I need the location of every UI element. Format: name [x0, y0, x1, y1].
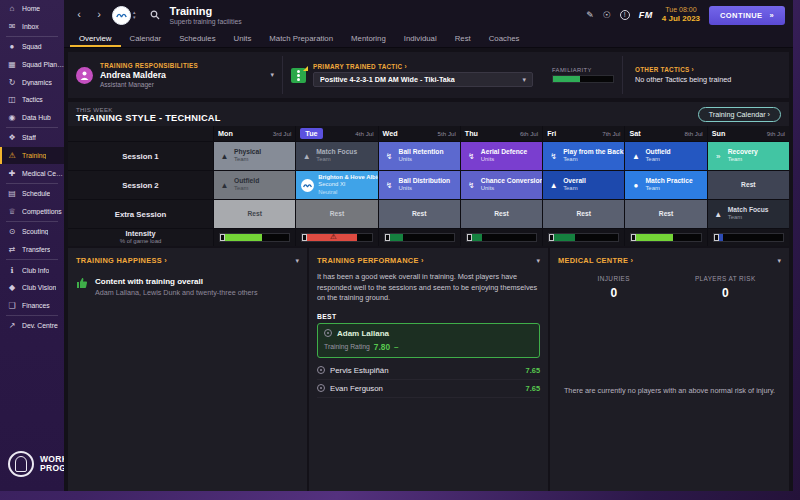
- tab-mentoring[interactable]: Mentoring: [342, 30, 395, 47]
- day-header-thu[interactable]: Thu6th Jul: [461, 126, 542, 141]
- day-header-fri[interactable]: Fri7th Jul: [543, 126, 624, 141]
- tab-coaches[interactable]: Coaches: [480, 30, 529, 47]
- other-tactics-link[interactable]: OTHER TACTICS ›: [635, 66, 694, 73]
- nav-forward-icon[interactable]: ›: [92, 7, 106, 23]
- familiarity-block: FAMILIARITY: [552, 67, 614, 83]
- tab-calendar[interactable]: Calendar: [121, 30, 171, 47]
- day-header-wed[interactable]: Wed5th Jul: [379, 126, 460, 141]
- club-switcher-icon[interactable]: ▴▾: [133, 10, 136, 20]
- sidebar-item-inbox[interactable]: ✉Inbox: [0, 18, 64, 36]
- data-hub-icon: ◉: [7, 113, 17, 122]
- session-cell-match-practice[interactable]: ●Match PracticeTeam: [625, 171, 706, 199]
- session-cell-brighton-hove-albion[interactable]: Brighton & Hove AlbionSecond XINeutral: [296, 171, 377, 199]
- day-header-mon[interactable]: Mon3rd Jul: [214, 126, 295, 141]
- session-cell-match-focus[interactable]: ▲Match FocusTeam: [708, 200, 789, 228]
- sidebar-item-transfers[interactable]: ⇄Transfers: [0, 241, 64, 259]
- sidebar-item-competitions[interactable]: ♕Competitions: [0, 203, 64, 221]
- tab-units[interactable]: Units: [225, 30, 261, 47]
- session-cell-rest[interactable]: Rest: [296, 200, 377, 228]
- player-row-evan-ferguson[interactable]: Evan Ferguson7.65: [317, 380, 540, 398]
- session-text: Rest: [741, 181, 756, 189]
- training-calendar-button[interactable]: Training Calendar ›: [698, 107, 781, 122]
- training-happiness-link[interactable]: TRAINING HAPPINESS ›: [76, 256, 167, 265]
- intensity-bar[interactable]: [384, 233, 455, 242]
- day-header-sun[interactable]: Sun9th Jul: [708, 126, 789, 141]
- session-cell-aerial-defence[interactable]: ↯Aerial DefenceUnits: [461, 142, 542, 170]
- session-cell-chance-conversion[interactable]: ↯Chance ConversionUnits: [461, 171, 542, 199]
- happiness-item[interactable]: Content with training overall Adam Lalla…: [76, 277, 299, 297]
- tab-individual[interactable]: Individual: [395, 30, 446, 47]
- tab-schedules[interactable]: Schedules: [170, 30, 224, 47]
- session-title: Match Focus: [316, 148, 357, 156]
- intensity-cell-4: [461, 229, 542, 246]
- game-datetime[interactable]: Tue 08:00 4 Jul 2023: [662, 6, 700, 23]
- sidebar-item-data-hub[interactable]: ◉Data Hub: [0, 109, 64, 127]
- sidebar-item-schedule[interactable]: ▤Schedule: [0, 185, 64, 203]
- tactic-select[interactable]: Positive 4-2-3-1 DM AM Wide - Tiki-Taka …: [313, 72, 533, 87]
- intensity-bar[interactable]: ⚠: [301, 233, 372, 242]
- sidebar-item-training[interactable]: ⚠Training: [0, 147, 64, 165]
- intensity-bar[interactable]: [466, 233, 537, 242]
- intensity-bar[interactable]: [630, 233, 701, 242]
- intensity-bar[interactable]: [713, 233, 784, 242]
- sidebar-item-dynamics[interactable]: ↻Dynamics: [0, 73, 64, 91]
- session-cell-outfield[interactable]: ▲OutfieldTeam: [625, 142, 706, 170]
- session-cell-outfield[interactable]: ▲OutfieldTeam: [214, 171, 295, 199]
- chevron-down-icon[interactable]: ▾: [777, 257, 781, 265]
- nav-back-icon[interactable]: ‹: [72, 7, 86, 23]
- intensity-bar[interactable]: [219, 233, 290, 242]
- player-row-pervis-estupi-n[interactable]: Pervis Estupiñán7.65: [317, 362, 540, 380]
- sidebar-item-medical-centre[interactable]: ✚Medical Centre: [0, 164, 64, 182]
- sidebar-item-finances[interactable]: ❑Finances: [0, 297, 64, 315]
- tab-overview[interactable]: Overview: [70, 30, 121, 47]
- medical-centre-link[interactable]: MEDICAL CENTRE ›: [558, 256, 633, 265]
- session-cell-physical[interactable]: ▲PhysicalTeam: [214, 142, 295, 170]
- day-header-tue[interactable]: Tue4th Jul: [296, 126, 377, 141]
- chevron-down-icon[interactable]: ▾: [270, 71, 274, 79]
- session-text: Rest: [247, 210, 262, 218]
- session-cell-rest[interactable]: Rest: [461, 200, 542, 228]
- alerts-icon[interactable]: !: [620, 10, 630, 20]
- club-badge-icon[interactable]: [112, 6, 131, 25]
- day-date: 9th Jul: [767, 130, 785, 137]
- search-icon[interactable]: [150, 10, 160, 20]
- session-cell-ball-retention[interactable]: ↯Ball RetentionUnits: [379, 142, 460, 170]
- sidebar-item-staff[interactable]: ❖Staff: [0, 129, 64, 147]
- day-header-sat[interactable]: Sat8th Jul: [625, 126, 706, 141]
- sidebar-item-scouting[interactable]: ⊙Scouting: [0, 223, 64, 241]
- session-cell-recovery[interactable]: »RecoveryTeam: [708, 142, 789, 170]
- session-cell-rest[interactable]: Rest: [708, 171, 789, 199]
- session-cell-rest[interactable]: Rest: [214, 200, 295, 228]
- sidebar-item-tactics[interactable]: ◫Tactics: [0, 91, 64, 109]
- sidebar-item-club-vision[interactable]: ◆Club Vision: [0, 279, 64, 297]
- tab-rest[interactable]: Rest: [446, 30, 480, 47]
- sidebar-item-club-info[interactable]: ℹClub Info: [0, 261, 64, 279]
- intensity-bar[interactable]: [548, 233, 619, 242]
- idea-icon[interactable]: ☉: [603, 10, 611, 20]
- session-cell-play-from-the-back[interactable]: ↯Play from the BackTeam: [543, 142, 624, 170]
- session-cell-rest[interactable]: Rest: [543, 200, 624, 228]
- sidebar-item-squad[interactable]: ●Squad: [0, 38, 64, 56]
- sidebar-item-squad-planner[interactable]: ▦Squad Planner: [0, 56, 64, 74]
- intensity-fill: [719, 234, 723, 241]
- edit-icon[interactable]: ✎: [586, 10, 594, 20]
- chevron-down-icon[interactable]: ▾: [295, 257, 299, 265]
- session-subtitle: Team: [316, 156, 357, 163]
- tab-match-preparation[interactable]: Match Preparation: [260, 30, 342, 47]
- sidebar-item-dev-centre[interactable]: ↗Dev. Centre: [0, 317, 64, 335]
- scouting-icon: ⊙: [7, 227, 17, 236]
- session-cell-rest[interactable]: Rest: [379, 200, 460, 228]
- session-cell-rest[interactable]: Rest: [625, 200, 706, 228]
- training-responsibilities[interactable]: TRAINING RESPONSIBILITIES Andrea Maldera…: [68, 62, 282, 88]
- day-date: 4th Jul: [355, 130, 373, 137]
- session-cell-ball-distribution[interactable]: ↯Ball DistributionUnits: [379, 171, 460, 199]
- session-cell-match-focus[interactable]: ▲Match FocusTeam: [296, 142, 377, 170]
- best-player-card[interactable]: Adam Lallana Training Rating 7.80 –: [317, 323, 540, 358]
- sidebar-item-home[interactable]: ⌂Home: [0, 0, 64, 18]
- chevron-down-icon[interactable]: ▾: [536, 257, 540, 265]
- session-cell-overall[interactable]: ▲OverallTeam: [543, 171, 624, 199]
- primary-tactic-link[interactable]: PRIMARY TRAINED TACTIC ›: [313, 63, 533, 70]
- continue-button[interactable]: CONTINUE»: [709, 6, 785, 25]
- training-performance-link[interactable]: TRAINING PERFORMANCE ›: [317, 256, 424, 265]
- familiarity-label: FAMILIARITY: [552, 67, 614, 73]
